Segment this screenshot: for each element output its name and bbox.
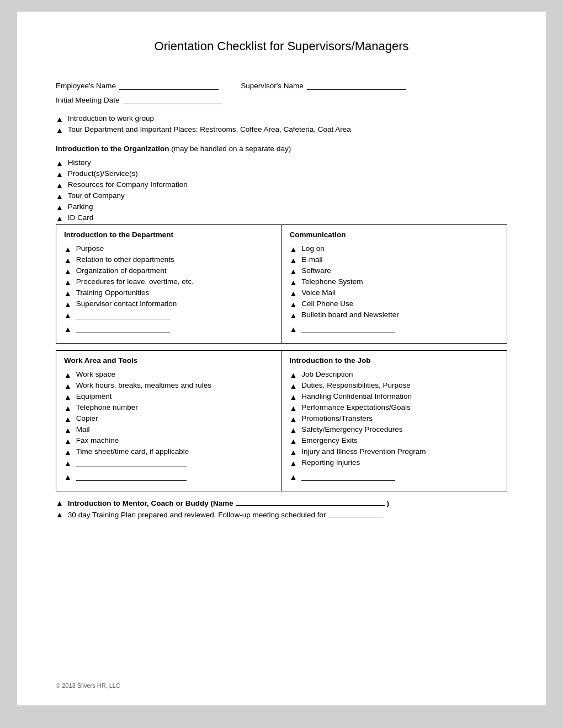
- form-fields: Employee's Name Supervisor's Name Initia…: [56, 81, 507, 104]
- list-item: ▲ ID Card: [56, 213, 507, 223]
- employee-name-field: Employee's Name: [56, 81, 219, 90]
- list-item: ▲ Work space: [64, 370, 274, 379]
- bullet-icon: ▲: [290, 459, 298, 468]
- list-item: ▲ Reporting Injuries: [290, 458, 500, 468]
- training-item: ▲ 30 day Training Plan prepared and revi…: [56, 510, 507, 519]
- bullet-icon: ▲: [290, 256, 298, 265]
- mentor-name-line: [236, 498, 385, 506]
- bullet-icon: ▲: [64, 371, 72, 379]
- meeting-date-underline: [123, 95, 222, 104]
- comm-list: ▲ Log on ▲ E-mail ▲ Software ▲ Telephone…: [290, 244, 500, 334]
- bottom-list: ▲ Introduction to Mentor, Coach or Buddy…: [56, 498, 507, 519]
- blank-line: [301, 325, 395, 333]
- bullet-icon: ▲: [56, 203, 63, 212]
- bullet-icon: ▲: [290, 382, 298, 390]
- list-item: ▲ Procedures for leave, overtime, etc.: [64, 277, 274, 287]
- list-item: ▲ Safety/Emergency Procedures: [290, 425, 500, 435]
- list-item: ▲ E-mail: [290, 255, 500, 265]
- list-item: ▲ History: [56, 158, 507, 168]
- page-title: Orientation Checklist for Supervisors/Ma…: [56, 39, 507, 53]
- bullet-icon: ▲: [290, 448, 298, 457]
- work-list: ▲ Work space ▲ Work hours, breaks, mealt…: [64, 370, 274, 481]
- bullet-icon: ▲: [290, 473, 298, 481]
- bullet-icon: ▲: [64, 393, 72, 402]
- org-bullet-list: ▲ History ▲ Product(s)/Service(s) ▲ Reso…: [56, 158, 507, 223]
- bullet-icon: ▲: [56, 126, 63, 135]
- bullet-icon: ▲: [64, 278, 72, 287]
- list-item: ▲ Log on: [290, 244, 500, 254]
- bullet-icon: ▲: [64, 267, 72, 276]
- bullet-icon: ▲: [290, 289, 298, 298]
- bullet-icon: ▲: [64, 448, 72, 457]
- list-item: ▲ Voice Mail: [290, 288, 500, 298]
- dept-column: Introduction to the Department ▲ Purpose…: [56, 225, 282, 344]
- bullet-icon: ▲: [56, 170, 63, 179]
- bullet-icon: ▲: [56, 510, 63, 519]
- blank-line: [76, 459, 187, 467]
- list-item: ▲ Duties, Responsibilities, Purpose: [290, 381, 500, 390]
- list-item: ▲ Organization of department: [64, 266, 274, 276]
- bullet-icon: ▲: [290, 437, 298, 446]
- list-item: ▲ Injury and Illness Prevention Program: [290, 447, 500, 457]
- intro-bullet-list: ▲ Introduction to work group ▲ Tour Depa…: [56, 114, 507, 135]
- list-item: ▲ Parking: [56, 202, 507, 212]
- bullet-icon: ▲: [64, 426, 72, 435]
- list-item: ▲ Performance Expectations/Goals: [290, 403, 500, 413]
- bullet-icon: ▲: [290, 267, 298, 276]
- list-item: ▲ Software: [290, 266, 500, 276]
- org-section-header: Introduction to the Organization (may be…: [56, 144, 507, 153]
- list-item: ▲: [64, 472, 274, 481]
- dept-comm-table: Introduction to the Department ▲ Purpose…: [56, 224, 507, 344]
- bullet-icon: ▲: [56, 115, 63, 124]
- employee-name-underline: [119, 81, 219, 90]
- list-item: ▲ Cell Phone Use: [290, 299, 500, 309]
- list-item: ▲ Equipment: [64, 392, 274, 402]
- bullet-icon: ▲: [64, 300, 72, 309]
- list-item: ▲: [290, 324, 500, 334]
- job-column: Introduction to the Job ▲ Job Descriptio…: [282, 351, 507, 491]
- bullet-icon: ▲: [56, 214, 63, 223]
- comm-column: Communication ▲ Log on ▲ E-mail ▲ Softwa…: [282, 225, 507, 344]
- footer-text: © 2013 Silvers HR, LLC: [56, 682, 120, 689]
- bullet-icon: ▲: [290, 325, 298, 334]
- bullet-icon: ▲: [64, 415, 72, 424]
- list-item: ▲ Introduction to work group: [56, 114, 507, 124]
- bullet-icon: ▲: [56, 181, 63, 190]
- bullet-icon: ▲: [290, 278, 298, 287]
- supervisor-name-field: Supervisor's Name: [241, 81, 406, 90]
- list-item: ▲ Emergency Exits: [290, 436, 500, 446]
- name-row: Employee's Name Supervisor's Name: [56, 81, 507, 90]
- list-item: ▲ Mail: [64, 425, 274, 435]
- bullet-icon: ▲: [64, 256, 72, 265]
- list-item: ▲ Product(s)/Service(s): [56, 169, 507, 179]
- list-item: ▲ Relation to other departments: [64, 255, 274, 265]
- list-item: ▲ Tour of Company: [56, 191, 507, 201]
- bullet-icon: ▲: [56, 499, 63, 507]
- bullet-icon: ▲: [290, 393, 298, 402]
- bullet-icon: ▲: [64, 325, 72, 334]
- list-item: ▲: [64, 311, 274, 320]
- supervisor-name-underline: [307, 81, 406, 90]
- meeting-date-row: Initial Meeting Date: [56, 95, 507, 104]
- mentor-item: ▲ Introduction to Mentor, Coach or Buddy…: [56, 498, 507, 507]
- work-job-table: Work Area and Tools ▲ Work space ▲ Work …: [56, 350, 507, 491]
- list-item: ▲ Fax machine: [64, 436, 274, 446]
- list-item: ▲ Work hours, breaks, mealtimes and rule…: [64, 381, 274, 390]
- bullet-icon: ▲: [64, 289, 72, 298]
- bullet-icon: ▲: [64, 245, 72, 254]
- bullet-icon: ▲: [290, 371, 298, 379]
- list-item: ▲ Handling Confidential Information: [290, 392, 500, 402]
- job-list: ▲ Job Description ▲ Duties, Responsibili…: [290, 370, 500, 481]
- list-item: ▲ Training Opportunities: [64, 288, 274, 298]
- list-item: ▲ Copier: [64, 414, 274, 424]
- list-item: ▲: [64, 324, 274, 334]
- list-item: ▲ Time sheet/time card, if applicable: [64, 447, 274, 457]
- list-item: ▲ Resources for Company Information: [56, 180, 507, 190]
- page: Orientation Checklist for Supervisors/Ma…: [17, 11, 546, 706]
- bullet-icon: ▲: [56, 159, 63, 168]
- bullet-icon: ▲: [290, 415, 298, 424]
- bullet-icon: ▲: [64, 459, 72, 468]
- bullet-icon: ▲: [290, 300, 298, 309]
- training-date-line: [328, 510, 383, 517]
- list-item: ▲ Bulletin board and Newsletter: [290, 311, 500, 320]
